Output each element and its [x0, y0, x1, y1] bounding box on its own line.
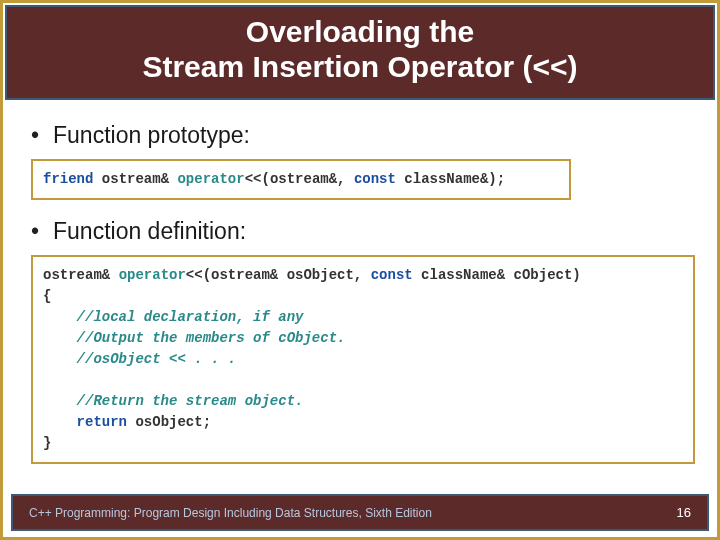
- code-definition-box: ostream& operator<<(ostream& osObject, c…: [31, 255, 695, 464]
- comment-3: //osObject << . . .: [77, 351, 237, 367]
- footer-bar: C++ Programming: Program Design Includin…: [11, 494, 709, 531]
- id-classname: className&);: [404, 171, 505, 187]
- code-prototype-box: friend ostream& operator<<(ostream&, con…: [31, 159, 571, 200]
- slide-body: Function prototype: friend ostream& oper…: [3, 102, 717, 537]
- sig1: <<(ostream& osObject,: [186, 267, 362, 283]
- slide-title-line1: Overloading the: [246, 15, 474, 48]
- kw-operator2: operator: [119, 267, 186, 283]
- comment-1: //local declaration, if any: [77, 309, 304, 325]
- slide: Overloading the Stream Insertion Operato…: [0, 0, 720, 540]
- kw-return: return: [77, 414, 127, 430]
- slide-title: Overloading the Stream Insertion Operato…: [27, 15, 693, 84]
- kw-operator: operator: [177, 171, 244, 187]
- sig2: className& cObject): [421, 267, 581, 283]
- comment-2: //Output the members of cObject.: [77, 330, 346, 346]
- kw-friend: friend: [43, 171, 93, 187]
- id-ostream2: ostream&: [43, 267, 110, 283]
- args: <<(ostream&,: [245, 171, 346, 187]
- brace-close: }: [43, 435, 51, 451]
- page-number: 16: [677, 505, 691, 520]
- id-ostream: ostream&: [102, 171, 169, 187]
- bullet-prototype: Function prototype:: [31, 122, 689, 149]
- kw-const: const: [354, 171, 396, 187]
- footer-text: C++ Programming: Program Design Includin…: [29, 506, 432, 520]
- slide-title-bar: Overloading the Stream Insertion Operato…: [5, 5, 715, 100]
- brace-open: {: [43, 288, 51, 304]
- bullet-definition: Function definition:: [31, 218, 689, 245]
- comment-4: //Return the stream object.: [77, 393, 304, 409]
- retval: osObject;: [135, 414, 211, 430]
- kw-const2: const: [371, 267, 413, 283]
- slide-title-line2: Stream Insertion Operator (<<): [142, 50, 577, 83]
